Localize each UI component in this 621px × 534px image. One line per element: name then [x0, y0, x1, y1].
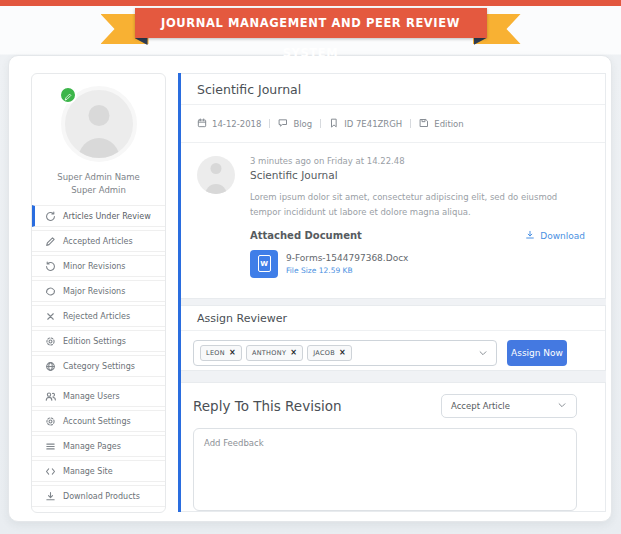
globe-icon	[45, 361, 56, 372]
pencil-icon	[64, 86, 72, 105]
users-icon	[45, 391, 56, 402]
chevron-down-icon	[557, 400, 567, 412]
sidebar-item-rejected-articles[interactable]: Rejected Articles	[32, 305, 165, 327]
list-icon	[45, 441, 56, 452]
sidebar: Super Admin Name Super Admin Articles Un…	[31, 73, 166, 513]
code-icon	[45, 466, 56, 477]
sidebar-item-articles-under-review[interactable]: Articles Under Review	[32, 205, 165, 227]
meta-id: ID 7E41ZRGH	[329, 118, 402, 130]
sidebar-item-category-settings[interactable]: Category Settings	[32, 355, 165, 377]
author-avatar	[197, 156, 235, 194]
post-body: Lorem ipsum dolor sit amet, consectetur …	[250, 190, 585, 220]
download-icon	[525, 230, 535, 242]
sidebar-item-account-settings[interactable]: Account Settings	[32, 410, 165, 432]
save-icon	[419, 118, 429, 130]
profile-name: Super Admin Name	[32, 171, 165, 184]
remove-tag-icon[interactable]: ×	[290, 349, 297, 357]
journal-title: Scientific Journal	[181, 74, 605, 105]
file-name: 9-Forms-1544797368.Docx	[286, 253, 408, 263]
sidebar-item-edition-settings[interactable]: Edition Settings	[32, 330, 165, 352]
app-banner: JOURNAL MANAGEMENT AND PEER REVIEW SYSTE…	[0, 6, 621, 50]
download-icon	[45, 491, 56, 502]
reviewer-tag: ANTHONY ×	[246, 345, 303, 361]
sidebar-item-accepted-articles[interactable]: Accepted Articles	[32, 230, 165, 252]
edit-profile-button[interactable]	[59, 86, 77, 104]
reviewer-tag: LEON ×	[200, 345, 242, 361]
feedback-textarea[interactable]	[193, 428, 577, 511]
remove-tag-icon[interactable]: ×	[339, 349, 346, 357]
reply-heading: Reply To This Revision	[193, 398, 341, 414]
attached-document-label: Attached Document	[250, 230, 362, 241]
sidebar-item-minor-revisions[interactable]: Minor Revisions	[32, 255, 165, 277]
sidebar-item-manage-users[interactable]: Manage Users	[32, 385, 165, 407]
rotate-ccw-icon	[45, 261, 56, 272]
file-size: File Size 12.59 KB	[286, 266, 408, 275]
sidebar-item-manage-site[interactable]: Manage Site	[32, 460, 165, 482]
assign-reviewer-section: Assign Reviewer LEON × ANTHONY × JACOB	[181, 305, 606, 371]
attached-file[interactable]: W 9-Forms-1544797368.Docx File Size 12.5…	[250, 250, 585, 278]
gear-icon	[45, 416, 56, 427]
download-link[interactable]: Download	[525, 230, 585, 242]
x-icon	[45, 311, 56, 322]
article-section: Scientific Journal 14-12-2018 Blog	[181, 73, 606, 299]
meta-row: 14-12-2018 Blog ID 7E41ZRGH	[181, 105, 605, 143]
post-block: 3 minutes ago on Friday at 14.22.48 Scie…	[181, 143, 605, 278]
profile-block: Super Admin Name Super Admin	[32, 74, 165, 197]
remove-tag-icon[interactable]: ×	[229, 349, 236, 357]
sidebar-item-major-revisions[interactable]: Major Revisions	[32, 280, 165, 302]
bookmark-icon	[329, 118, 339, 130]
chat-icon	[278, 118, 288, 130]
sidebar-item-download-products[interactable]: Download Products	[32, 485, 165, 507]
chevron-down-icon[interactable]	[478, 348, 488, 358]
word-file-icon: W	[250, 250, 278, 278]
page: JOURNAL MANAGEMENT AND PEER REVIEW SYSTE…	[0, 0, 621, 534]
main-panel: Scientific Journal 14-12-2018 Blog	[178, 73, 606, 512]
content-card: Super Admin Name Super Admin Articles Un…	[8, 55, 612, 522]
reviewer-multiselect[interactable]: LEON × ANTHONY × JACOB ×	[193, 340, 497, 366]
sidebar-menu: Articles Under Review Accepted Articles …	[32, 205, 165, 507]
decision-dropdown[interactable]: Accept Article	[441, 394, 577, 418]
reviewer-tag: JACOB ×	[307, 345, 352, 361]
post-timestamp: 3 minutes ago on Friday at 14.22.48	[250, 156, 585, 166]
post-title: Scientific Journal	[250, 169, 585, 181]
sidebar-item-manage-pages[interactable]: Manage Pages	[32, 435, 165, 457]
app-title: JOURNAL MANAGEMENT AND PEER REVIEW SYSTE…	[135, 8, 487, 38]
gear-icon	[45, 336, 56, 347]
assign-now-button[interactable]: Assign Now	[507, 340, 567, 366]
profile-role: Super Admin	[32, 184, 165, 197]
assign-reviewer-heading: Assign Reviewer	[181, 306, 605, 331]
rotate-cw-icon	[45, 211, 56, 222]
calendar-icon	[197, 118, 207, 130]
meta-date: 14-12-2018	[197, 118, 261, 130]
meta-type: Blog	[278, 118, 312, 130]
reply-section: Reply To This Revision Accept Article	[181, 382, 606, 512]
edit-icon	[45, 236, 56, 247]
meta-edition: Edition	[419, 118, 463, 130]
refresh-icon	[45, 286, 56, 297]
